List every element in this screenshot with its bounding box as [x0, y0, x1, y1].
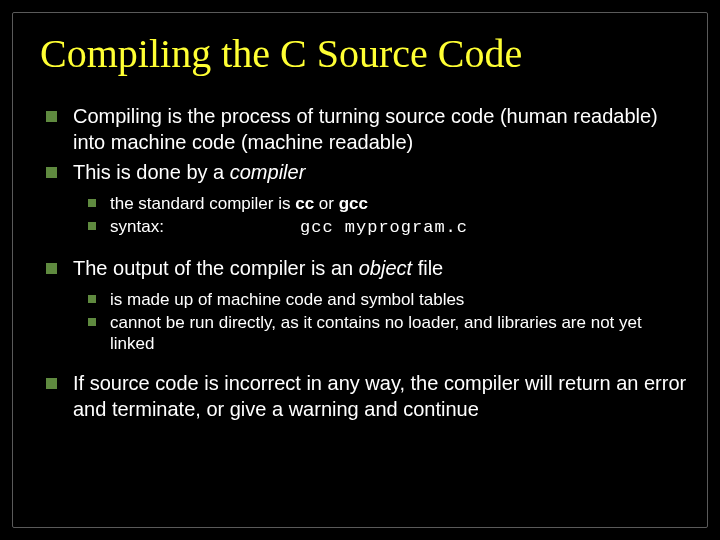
- text-fragment: The output of the compiler is an: [73, 257, 359, 279]
- square-bullet-icon: [88, 199, 96, 207]
- bullet-item: The output of the compiler is an object …: [46, 255, 688, 281]
- square-bullet-icon: [88, 222, 96, 230]
- emphasis-text: object: [359, 257, 412, 279]
- sub-bullet-item: the standard compiler is cc or gcc: [88, 193, 688, 214]
- sub-bullet-item: syntax:gcc myprogram.c: [88, 216, 688, 238]
- bullet-text: The output of the compiler is an object …: [73, 255, 443, 281]
- square-bullet-icon: [88, 295, 96, 303]
- text-fragment: the standard compiler is: [110, 194, 295, 213]
- bullet-text: This is done by a compiler: [73, 159, 305, 185]
- slide-title: Compiling the C Source Code: [40, 30, 688, 77]
- square-bullet-icon: [46, 378, 57, 389]
- sub-bullet-text: syntax:gcc myprogram.c: [110, 216, 468, 238]
- bold-text: gcc: [339, 194, 368, 213]
- square-bullet-icon: [88, 318, 96, 326]
- sub-bullet-item: cannot be run directly, as it contains n…: [88, 312, 688, 355]
- sub-bullet-group: is made up of machine code and symbol ta…: [46, 289, 688, 355]
- sub-bullet-item: is made up of machine code and symbol ta…: [88, 289, 688, 310]
- text-fragment: This is done by a: [73, 161, 230, 183]
- sub-bullet-text: is made up of machine code and symbol ta…: [110, 289, 464, 310]
- code-text: gcc myprogram.c: [300, 218, 468, 237]
- bullet-item: If source code is incorrect in any way, …: [46, 370, 688, 422]
- text-fragment: or: [314, 194, 339, 213]
- syntax-label: syntax:: [110, 216, 300, 237]
- sub-bullet-text: cannot be run directly, as it contains n…: [110, 312, 688, 355]
- slide-body: Compiling is the process of turning sour…: [32, 103, 688, 422]
- sub-bullet-text: the standard compiler is cc or gcc: [110, 193, 368, 214]
- emphasis-text: compiler: [230, 161, 306, 183]
- bullet-text: If source code is incorrect in any way, …: [73, 370, 688, 422]
- square-bullet-icon: [46, 263, 57, 274]
- bullet-item: This is done by a compiler: [46, 159, 688, 185]
- sub-bullet-group: the standard compiler is cc or gcc synta…: [46, 193, 688, 239]
- square-bullet-icon: [46, 167, 57, 178]
- bullet-text: Compiling is the process of turning sour…: [73, 103, 688, 155]
- slide: Compiling the C Source Code Compiling is…: [0, 0, 720, 540]
- bold-text: cc: [295, 194, 314, 213]
- text-fragment: file: [412, 257, 443, 279]
- square-bullet-icon: [46, 111, 57, 122]
- bullet-item: Compiling is the process of turning sour…: [46, 103, 688, 155]
